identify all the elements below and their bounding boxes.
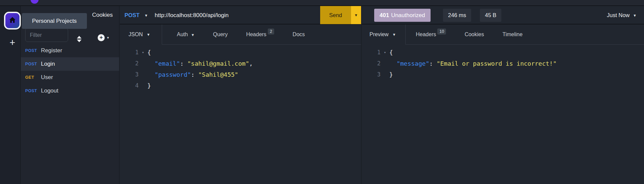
response-time-badge: 246 ms (443, 9, 471, 22)
line-number: 1 (120, 47, 139, 58)
plus-circle-icon: + (98, 34, 105, 41)
add-request-button[interactable]: + ▾ (98, 34, 109, 41)
send-options-button[interactable]: ▼ (351, 6, 361, 24)
activity-rail: + (0, 6, 21, 184)
fold-gutter (139, 69, 147, 80)
tab-label: JSON (129, 32, 143, 38)
url-bar: POST ▼ http://localhost:8000/api/login S… (120, 6, 361, 24)
status-code: 401 (380, 12, 389, 19)
line-number: 3 (120, 69, 139, 80)
method-label: POST (125, 12, 140, 18)
code-text: "message": "Email or password is incorre… (389, 58, 557, 69)
tab-count-badge: 2 (268, 28, 274, 35)
request-method-label: POST (25, 62, 41, 66)
url-input[interactable]: http://localhost:8000/api/login (155, 6, 229, 24)
sort-up-icon (77, 36, 82, 39)
code-text: { (147, 47, 151, 58)
line-number: 2 (120, 58, 139, 69)
chevron-down-icon: ▼ (392, 33, 396, 37)
fold-gutter (139, 80, 147, 91)
request-list-item[interactable]: GETUser (21, 71, 119, 84)
tab-docs[interactable]: Docs (293, 32, 305, 38)
code-line: 2 "email": "sahil@gmail.com", (120, 58, 361, 69)
code-text: "password": "Sahil@455" (147, 69, 238, 80)
tab-label: Timeline (502, 32, 523, 37)
code-line: 3 "password": "Sahil@455" (120, 69, 361, 80)
fold-caret-icon[interactable]: ▾ (381, 47, 389, 58)
tab-label: Cookies (464, 32, 484, 37)
chevron-down-icon: ▼ (147, 33, 150, 37)
sidebar: Cookies Personal Projects + ▾ POSTRegist… (21, 6, 119, 184)
tab-preview[interactable]: Preview▼ (369, 24, 396, 45)
code-text: } (147, 80, 151, 91)
request-list-item[interactable]: POSTRegister (21, 44, 119, 57)
fold-gutter (139, 58, 147, 69)
response-tabs: Preview▼Headers10CookiesTimeline (362, 24, 644, 45)
filter-input[interactable] (25, 28, 68, 42)
tab-timeline[interactable]: Timeline (502, 32, 523, 38)
code-line: 4} (120, 80, 361, 91)
chevron-down-icon: ▼ (633, 13, 637, 17)
line-number: 4 (120, 80, 139, 91)
request-method-label: GET (25, 75, 41, 80)
request-name-label: User (41, 74, 53, 81)
sort-down-icon (77, 40, 82, 42)
code-line: 1▾{ (362, 47, 644, 58)
code-line: 1▾{ (120, 47, 361, 58)
request-tabs: JSON▼Auth▼QueryHeaders2Docs (120, 24, 361, 45)
response-body-viewer[interactable]: 1▾{2 "message": "Email or password is in… (362, 45, 644, 184)
tab-headers[interactable]: Headers2 (246, 32, 274, 38)
tab-json[interactable]: JSON▼ (129, 24, 150, 45)
method-dropdown[interactable]: POST ▼ (125, 6, 148, 24)
request-list-item[interactable]: POSTLogin (21, 57, 119, 71)
tab-group: Auth▼QueryHeaders2Docs (162, 24, 361, 45)
window-title-bar (0, 0, 644, 6)
fold-gutter (381, 58, 389, 69)
request-panel: POST ▼ http://localhost:8000/api/login S… (120, 6, 361, 184)
tab-headers[interactable]: Headers10 (416, 32, 446, 38)
tab-group: Headers10CookiesTimeline (405, 24, 644, 45)
fold-gutter (381, 69, 389, 80)
code-line: 3} (362, 69, 644, 80)
chevron-down-icon: ▾ (107, 36, 109, 40)
recency-label: Just Now (607, 12, 630, 18)
request-name-label: Register (41, 47, 62, 54)
tab-label: Preview (369, 32, 389, 38)
tab-query[interactable]: Query (213, 32, 228, 38)
tab-auth[interactable]: Auth▼ (177, 32, 195, 38)
tab-label: Auth (177, 32, 188, 37)
request-method-label: POST (25, 48, 41, 53)
chevron-down-icon: ▼ (144, 13, 148, 17)
home-button[interactable] (4, 12, 21, 29)
tab-label: Headers (416, 32, 436, 37)
request-list: POSTRegisterPOSTLoginGETUserPOSTLogout (21, 44, 119, 98)
request-name-label: Logout (41, 87, 58, 94)
request-body-editor[interactable]: 1▾{2 "email": "sahil@gmail.com",3 "passw… (120, 45, 361, 184)
tab-label: Headers (246, 32, 266, 37)
line-number: 2 (362, 58, 381, 69)
status-badge: 401 Unauthorized (374, 9, 431, 22)
chevron-down-icon: ▼ (191, 33, 195, 37)
send-button[interactable]: Send (320, 6, 351, 24)
tab-label: Query (213, 32, 228, 37)
home-icon (8, 16, 16, 25)
response-history-dropdown[interactable]: Just Now ▼ (607, 6, 637, 24)
cookies-link[interactable]: Cookies (92, 6, 113, 24)
response-size-badge: 45 B (480, 9, 501, 22)
workspace-dropdown[interactable]: Personal Projects (22, 13, 87, 29)
request-list-item[interactable]: POSTLogout (21, 84, 119, 98)
code-text: } (389, 69, 393, 80)
rail-add-button[interactable]: + (8, 38, 17, 48)
fold-caret-icon[interactable]: ▾ (139, 47, 147, 58)
sort-button[interactable] (76, 35, 83, 43)
response-meta-bar: 401 Unauthorized 246 ms 45 B Just Now ▼ (362, 6, 644, 24)
code-text: "email": "sahil@gmail.com", (147, 58, 253, 69)
tab-cookies[interactable]: Cookies (464, 32, 484, 38)
tab-count-badge: 10 (437, 28, 446, 35)
line-number: 3 (362, 69, 381, 80)
code-line: 2 "message": "Email or password is incor… (362, 58, 644, 69)
line-number: 1 (362, 47, 381, 58)
code-text: { (389, 47, 393, 58)
tab-label: Docs (293, 32, 305, 37)
response-panel: 401 Unauthorized 246 ms 45 B Just Now ▼ … (362, 6, 644, 184)
